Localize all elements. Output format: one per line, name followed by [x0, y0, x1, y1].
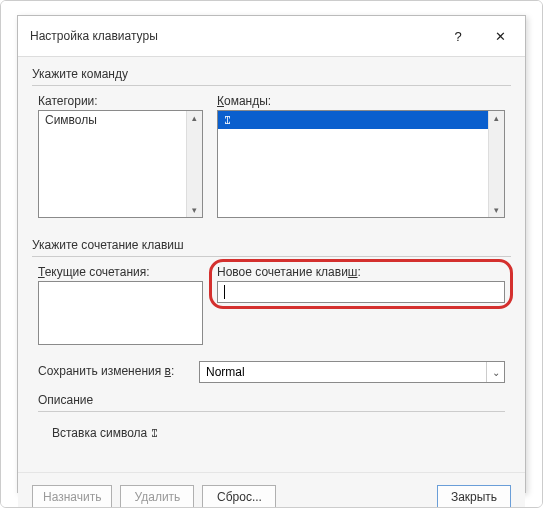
list-item[interactable]: Символы — [39, 111, 202, 129]
save-changes-combo[interactable]: Normal ⌄ — [199, 361, 505, 383]
assign-button[interactable]: Назначить — [32, 485, 112, 508]
titlebar: Настройка клавиатуры ? ✕ — [18, 16, 525, 57]
keyboard-customize-dialog: Настройка клавиатуры ? ✕ Укажите команду… — [17, 15, 526, 493]
categories-label: Категории: — [38, 94, 203, 108]
save-changes-value: Normal — [206, 365, 245, 379]
scrollbar[interactable]: ▴▾ — [488, 111, 504, 217]
description-text: Вставка символа Ɪ — [44, 420, 499, 440]
chevron-down-icon: ⌄ — [486, 362, 500, 382]
description-heading: Описание — [38, 393, 505, 407]
commands-listbox[interactable]: Ɪ ▴▾ — [217, 110, 505, 218]
list-item[interactable]: Ɪ — [218, 111, 504, 129]
commands-label: Команды: — [217, 94, 505, 108]
section-shortcut-label: Укажите сочетание клавиш — [32, 238, 511, 252]
section-command-label: Укажите команду — [32, 67, 511, 81]
categories-listbox[interactable]: Символы ▴▾ — [38, 110, 203, 218]
section-command: Категории: Символы ▴▾ Команды: Ɪ — [32, 85, 511, 228]
close-icon[interactable]: ✕ — [479, 24, 521, 48]
save-changes-label: Сохранить изменения в: — [38, 364, 193, 378]
window-title: Настройка клавиатуры — [30, 29, 437, 43]
dialog-content: Укажите команду Категории: Символы ▴▾ — [18, 57, 525, 472]
section-shortcut: Текущие сочетания: Новое сочетание клави… — [32, 256, 511, 460]
delete-button[interactable]: Удалить — [120, 485, 194, 508]
button-row: Назначить Удалить Сброс... Закрыть — [18, 472, 525, 508]
close-button[interactable]: Закрыть — [437, 485, 511, 508]
current-shortcuts-listbox[interactable] — [38, 281, 203, 345]
new-shortcut-label: Новое сочетание клавиш: — [217, 265, 505, 279]
help-icon[interactable]: ? — [437, 24, 479, 48]
reset-button[interactable]: Сброс... — [202, 485, 276, 508]
new-shortcut-input[interactable] — [217, 281, 505, 303]
current-shortcuts-label: Текущие сочетания: — [38, 265, 203, 279]
scrollbar[interactable]: ▴▾ — [186, 111, 202, 217]
